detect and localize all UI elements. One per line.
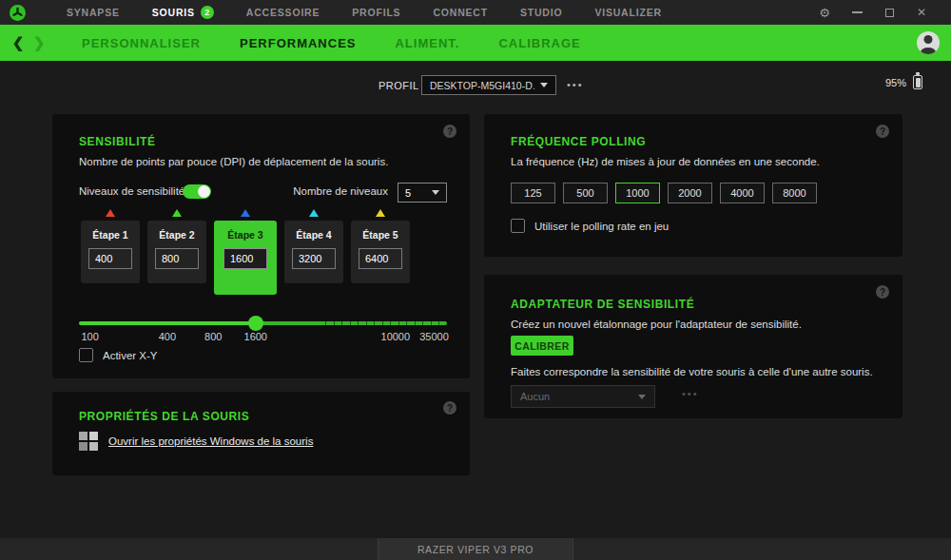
nav-performances[interactable]: PERFORMANCES [240, 36, 357, 50]
levels-count-dropdown[interactable]: 5 [398, 183, 447, 203]
stage-card[interactable]: Étape 1 [81, 221, 140, 283]
tab-souris[interactable]: SOURIS 2 [136, 0, 230, 25]
maximize-icon [885, 9, 894, 17]
slider-tick-label: 100 [81, 331, 98, 342]
sensitivity-adapter-panel: ? ADAPTATEUR DE SENSIBILITÉ Créez un nou… [484, 275, 902, 418]
xy-checkbox-row: Activer X-Y [79, 348, 158, 362]
mouse-properties-panel: ? PROPRIÉTÉS DE LA SOURIS Ouvrir les pro… [52, 392, 470, 475]
polling-rate-buttons: 125 500 1000 2000 4000 8000 [511, 183, 817, 203]
ingame-polling-label: Utiliser le polling rate en jeu [534, 221, 669, 232]
open-windows-properties-link[interactable]: Ouvrir les propriétés Windows de la sour… [108, 435, 313, 447]
forward-arrow-icon[interactable]: ❯ [29, 34, 49, 51]
dpi-stage-3-selected[interactable]: Étape 3 [214, 209, 277, 295]
stage-card[interactable]: Étape 5 [351, 221, 410, 283]
tab-visualizer[interactable]: VISUALIZER [578, 0, 677, 25]
tab-synapse[interactable]: SYNAPSE [50, 0, 136, 25]
profile-more-button[interactable]: ••• [567, 76, 584, 93]
dpi-value-input[interactable] [359, 248, 402, 269]
slider-tick-label: 400 [159, 331, 176, 342]
stage-card[interactable]: Étape 2 [147, 221, 206, 283]
dpi-value-input[interactable] [155, 248, 199, 269]
app-tabs: SYNAPSE SOURIS 2 ACCESSOIRE PROFILS CONN… [50, 0, 678, 25]
avatar-head-icon [924, 35, 933, 44]
ingame-polling-checkbox[interactable] [511, 219, 525, 233]
minimize-button[interactable] [841, 0, 873, 25]
nav-calibrage[interactable]: CALIBRAGE [498, 36, 580, 50]
slider-tick-label: 10000 [381, 331, 411, 342]
help-icon[interactable]: ? [876, 125, 889, 138]
tab-profils[interactable]: PROFILS [336, 0, 417, 25]
help-icon[interactable]: ? [443, 401, 456, 415]
close-button[interactable]: ✕ [905, 0, 938, 25]
minimize-icon [852, 11, 863, 13]
back-arrow-icon[interactable]: ❮ [8, 34, 29, 51]
slider-handle[interactable] [248, 316, 263, 331]
stage-marker-icon [106, 209, 115, 217]
xy-checkbox-label: Activer X-Y [103, 350, 158, 361]
sensitivity-description: Nombre de points par pouce (DPI) de dépl… [79, 156, 388, 167]
maximize-button[interactable] [873, 0, 905, 25]
help-icon[interactable]: ? [443, 125, 456, 138]
adapter-title: ADAPTATEUR DE SENSIBILITÉ [511, 298, 694, 311]
polling-panel: ? FRÉQUENCE POLLING La fréquence (Hz) de… [484, 114, 902, 257]
levels-count-label: Nombre de niveaux [293, 185, 388, 197]
dpi-stage-5[interactable]: Étape 5 [351, 209, 410, 283]
slider-tick-label: 1600 [244, 331, 267, 342]
stage-marker-icon [241, 209, 250, 217]
battery-percent: 95% [885, 77, 906, 88]
device-nav-bar: ❮ ❯ PERSONNALISER PERFORMANCES ALIMENT. … [0, 25, 951, 61]
levels-toggle-label: Niveaux de sensibilité [79, 185, 184, 197]
rate-8000-button[interactable]: 8000 [772, 183, 817, 203]
dpi-stages: Étape 1 Étape 2 Étape 3 [81, 209, 410, 295]
rate-1000-button-selected[interactable]: 1000 [615, 183, 660, 203]
nav-personnaliser[interactable]: PERSONNALISER [82, 36, 201, 50]
windows-logo-icon [79, 432, 98, 451]
calibrate-button[interactable]: CALIBRER [511, 336, 573, 356]
main-content: PROFIL DESKTOP-M5GI410-D… ••• 95% ? SENS… [0, 61, 951, 538]
rate-4000-button[interactable]: 4000 [720, 183, 765, 203]
chevron-down-icon [432, 190, 439, 195]
battery-icon [913, 75, 922, 89]
help-icon[interactable]: ? [876, 285, 889, 299]
mouse-properties-title: PROPRIÉTÉS DE LA SOURIS [79, 410, 249, 423]
stage-card[interactable]: Étape 4 [284, 221, 343, 283]
toggle-knob [198, 185, 210, 198]
device-footer-bar: RAZER VIPER V3 PRO [0, 538, 951, 560]
polling-title: FRÉQUENCE POLLING [511, 135, 646, 148]
adapter-more-button[interactable]: ••• [682, 388, 699, 399]
stage-card[interactable]: Étape 3 [214, 221, 277, 295]
dpi-value-input[interactable] [292, 248, 336, 269]
dpi-value-input[interactable] [223, 248, 267, 269]
dpi-stage-4[interactable]: Étape 4 [284, 209, 343, 283]
chevron-down-icon [540, 83, 548, 87]
rate-2000-button[interactable]: 2000 [668, 183, 712, 203]
chevron-down-icon [638, 395, 646, 399]
windows-properties-row: Ouvrir les propriétés Windows de la sour… [79, 432, 313, 451]
tab-connect[interactable]: CONNECT [417, 0, 504, 25]
profile-label: PROFIL [378, 80, 419, 91]
settings-gear-icon[interactable]: ⚙ [808, 0, 841, 25]
levels-toggle[interactable] [183, 184, 211, 199]
sensitivity-panel: ? SENSIBILITÉ Nombre de points par pouce… [52, 114, 470, 378]
nav-aliment[interactable]: ALIMENT. [395, 36, 459, 50]
xy-checkbox[interactable] [79, 348, 93, 362]
device-nav-items: PERSONNALISER PERFORMANCES ALIMENT. CALI… [82, 36, 620, 50]
razer-logo-icon[interactable] [10, 5, 26, 21]
dpi-stage-1[interactable]: Étape 1 [81, 209, 140, 283]
tab-studio[interactable]: STUDIO [504, 0, 578, 25]
user-avatar[interactable] [917, 31, 940, 54]
tab-accessoire[interactable]: ACCESSOIRE [230, 0, 336, 25]
titlebar: SYNAPSE SOURIS 2 ACCESSOIRE PROFILS CONN… [0, 0, 951, 25]
slider-tick-label: 35000 [419, 331, 449, 342]
adapter-match-description: Faites correspondre la sensibilité de vo… [511, 366, 873, 377]
device-tab[interactable]: RAZER VIPER V3 PRO [378, 538, 573, 560]
dpi-stage-2[interactable]: Étape 2 [147, 209, 206, 283]
rate-500-button[interactable]: 500 [563, 183, 608, 203]
battery-status: 95% [885, 75, 922, 89]
window-controls: ⚙ ✕ [808, 0, 938, 25]
adapter-dropdown-disabled[interactable]: Aucun [511, 385, 655, 408]
profile-dropdown[interactable]: DESKTOP-M5GI410-D… [421, 75, 556, 95]
avatar-body-icon [921, 48, 936, 54]
rate-125-button[interactable]: 125 [511, 183, 555, 203]
dpi-value-input[interactable] [88, 248, 132, 269]
